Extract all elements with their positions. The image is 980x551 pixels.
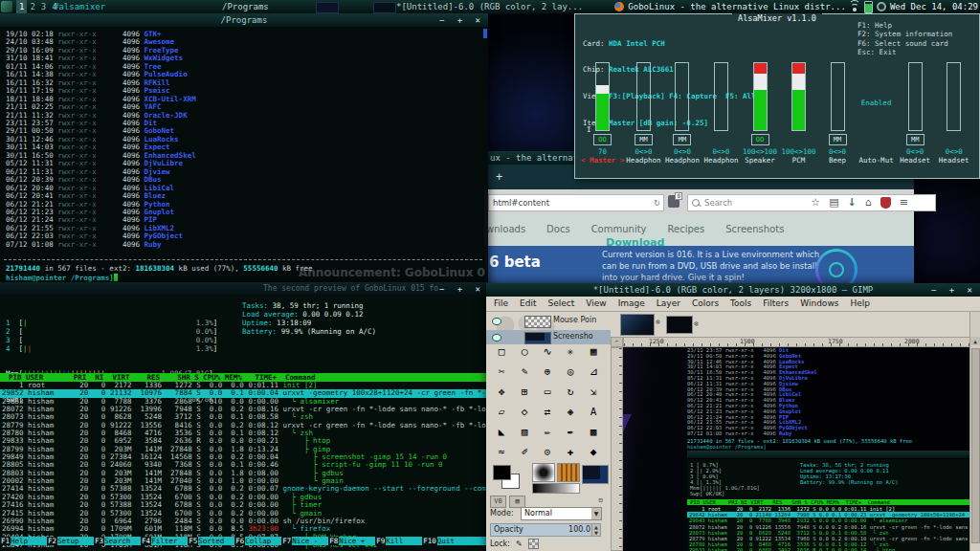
gimp-titlebar[interactable]: *[Untitled]-6.0 (RGB color, 2 layers) 32… — [486, 283, 980, 298]
function-key[interactable]: F2Setup — [47, 537, 94, 545]
function-key[interactable]: F8Nice + — [328, 537, 375, 545]
tool-button[interactable]: ▦ — [582, 342, 605, 363]
layer-row[interactable]: Mouse Poin — [486, 314, 611, 328]
layer-row[interactable]: Screensho — [486, 330, 611, 344]
tool-button[interactable]: ✳ — [559, 342, 582, 363]
workspace-tag[interactable]: 2 — [27, 0, 37, 13]
home-icon[interactable]: ⌂ — [865, 196, 872, 209]
mute-indicator[interactable]: MM — [829, 134, 847, 145]
tool-button[interactable]: ◣ — [490, 423, 513, 443]
wifi-icon[interactable] — [850, 3, 860, 11]
tool-button[interactable]: ▨ — [513, 423, 536, 443]
site-nav-link[interactable]: Community — [591, 224, 647, 234]
menu-item[interactable]: File — [490, 297, 512, 311]
tool-button[interactable]: ◯ — [513, 342, 536, 363]
color-swatches[interactable] — [492, 465, 524, 490]
tool-button[interactable]: ◎ — [559, 363, 582, 383]
lock-paint-icon[interactable]: ✎ — [516, 540, 523, 548]
start-menu-icon[interactable] — [1, 1, 12, 12]
function-key[interactable]: F3Search — [94, 537, 141, 545]
window-buttons[interactable]: − + ✕ — [931, 283, 976, 297]
mute-indicator[interactable]: OO — [751, 134, 769, 145]
function-key[interactable]: F1Help — [0, 537, 47, 545]
firefox-icon[interactable] — [614, 2, 624, 11]
menu-item[interactable]: Tools — [726, 297, 755, 311]
library-icon[interactable]: ▤ — [829, 196, 838, 209]
function-key[interactable]: F9Kill — [375, 537, 422, 545]
tool-button[interactable]: ≈ — [490, 443, 513, 463]
tool-button[interactable]: ↻ — [559, 383, 582, 403]
tool-button[interactable]: ◈ — [559, 403, 582, 423]
htop-titlebar[interactable]: The second preview of GoboLinux 015 fo −… — [0, 282, 488, 296]
ruler-corner[interactable]: ⌐ — [611, 337, 623, 347]
adblock-shield-icon[interactable] — [880, 197, 891, 209]
tool-button[interactable]: ✎ — [513, 363, 536, 383]
tool-button[interactable]: ◆ — [582, 443, 605, 463]
bookmark-star-icon[interactable]: ☆ — [811, 196, 820, 209]
mixer-channel[interactable]: MM0<>0Headset — [896, 62, 935, 165]
lock-alpha-icon[interactable] — [528, 539, 539, 549]
opacity-spinner[interactable]: ▲▼ — [591, 523, 601, 537]
menu-item[interactable]: Layer — [653, 297, 684, 311]
menu-item[interactable]: Help — [846, 297, 874, 311]
menu-item[interactable]: Colors — [688, 297, 723, 311]
tool-button[interactable]: □ — [490, 342, 513, 363]
mixer-channel[interactable]: OO70< Master > — [581, 62, 624, 165]
tray-circle-icon[interactable] — [877, 2, 886, 11]
gimp-canvas[interactable]: 23/11 23:57 rwxr-xr-x 4096 Dit29/11 00:5… — [623, 347, 970, 551]
function-key[interactable]: F10Quit — [422, 537, 474, 545]
pattern-thumbnail[interactable] — [557, 463, 580, 482]
site-nav-link[interactable]: Recipes — [668, 224, 705, 234]
tool-button[interactable]: ⊞ — [513, 383, 536, 403]
function-key[interactable]: F5Sorted — [188, 537, 234, 545]
taskbar-item-alsamixer[interactable]: #alsamixer — [54, 0, 105, 13]
menu-item[interactable]: Edit — [516, 297, 540, 311]
new-tab-button[interactable]: + — [496, 170, 502, 184]
close-icon[interactable]: ⊗ — [656, 318, 660, 326]
window-buttons[interactable]: − + ✕ — [439, 13, 484, 27]
menu-item[interactable]: View — [582, 297, 610, 311]
function-key[interactable]: F7Nice - — [281, 537, 328, 545]
taskbar-item-gimp[interactable]: *[Untitled]-6.0 (RGB color, 2 lay... — [396, 0, 583, 13]
mixer-channel[interactable]: MM0<>0Headphon — [624, 62, 663, 165]
site-nav-link[interactable]: Docs — [546, 224, 570, 234]
tool-options-tab[interactable]: V0 — [490, 496, 506, 508]
downloads-icon[interactable]: ↓ — [848, 196, 857, 209]
tool-button[interactable]: A — [582, 403, 605, 423]
configure-tab-button[interactable]: ⊡ — [593, 496, 608, 506]
gradient-thumbnail[interactable] — [532, 483, 580, 494]
tool-button[interactable]: ✏ — [536, 423, 559, 443]
hamburger-menu-icon[interactable]: ≡ — [900, 196, 908, 209]
tool-button[interactable]: ⊿ — [582, 363, 605, 383]
close-icon[interactable]: ⊗ — [694, 320, 699, 328]
terminal-titlebar[interactable]: /Programs − + ✕ — [0, 13, 488, 28]
active-image-thumbnail[interactable] — [582, 465, 609, 484]
tool-button[interactable]: ∿ — [536, 342, 559, 363]
image-tab-1[interactable] — [620, 314, 655, 336]
mode-select[interactable]: Normal▼ — [521, 507, 602, 520]
window-buttons[interactable]: − + ✕ — [439, 282, 484, 296]
tool-button[interactable]: ▩ — [582, 423, 605, 443]
brush-thumbnail[interactable] — [532, 463, 555, 482]
menu-item[interactable]: Select — [545, 297, 579, 311]
mixer-channel[interactable]: 0<>0Headphon — [702, 62, 741, 165]
mixer-channel[interactable]: MM0<>0Headphon — [663, 62, 702, 165]
mixer-channel[interactable]: 0<>0Headset — [934, 62, 973, 165]
url-bar[interactable]: html#content ↻ — [488, 194, 664, 211]
tool-button[interactable]: ⊕ — [536, 363, 559, 383]
taskbar-item-firefox[interactable]: GoboLinux - the alternative Linux distr.… — [628, 0, 846, 13]
tool-button[interactable]: ⇄ — [536, 403, 559, 423]
mute-indicator[interactable]: MM — [635, 134, 653, 145]
tool-button[interactable]: ✂ — [490, 363, 513, 383]
workspace-tag[interactable]: 1 — [16, 0, 27, 13]
mixer-channel[interactable]: 100<>100PCM — [779, 62, 818, 165]
shell-prompt[interactable]: hisham@pointer /Programs] — [6, 274, 118, 282]
mute-indicator[interactable]: MM — [906, 134, 924, 145]
opacity-slider[interactable]: Opacity 100.0 ▲▼ — [490, 523, 601, 537]
terminal-scrollbar[interactable] — [483, 29, 487, 38]
mixer-channel[interactable]: EnabledAuto-Mut — [857, 62, 896, 165]
window-thumbnail[interactable] — [373, 2, 396, 13]
tool-button[interactable]: ▭ — [536, 383, 559, 403]
taskbar-item-programs[interactable]: /Programs — [222, 0, 269, 13]
menu-item[interactable]: Image — [614, 297, 649, 311]
